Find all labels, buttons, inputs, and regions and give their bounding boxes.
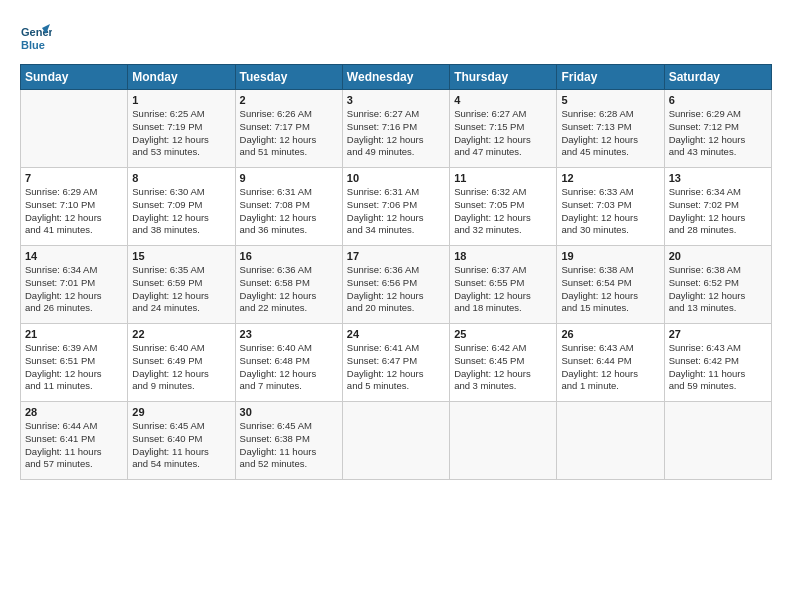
day-number: 16 — [240, 250, 338, 262]
day-info: Sunrise: 6:40 AM Sunset: 6:48 PM Dayligh… — [240, 342, 338, 393]
day-info: Sunrise: 6:39 AM Sunset: 6:51 PM Dayligh… — [25, 342, 123, 393]
calendar-cell: 23Sunrise: 6:40 AM Sunset: 6:48 PM Dayli… — [235, 324, 342, 402]
calendar-cell: 17Sunrise: 6:36 AM Sunset: 6:56 PM Dayli… — [342, 246, 449, 324]
calendar-cell: 30Sunrise: 6:45 AM Sunset: 6:38 PM Dayli… — [235, 402, 342, 480]
calendar-cell: 14Sunrise: 6:34 AM Sunset: 7:01 PM Dayli… — [21, 246, 128, 324]
week-row-5: 28Sunrise: 6:44 AM Sunset: 6:41 PM Dayli… — [21, 402, 772, 480]
column-header-saturday: Saturday — [664, 65, 771, 90]
day-info: Sunrise: 6:35 AM Sunset: 6:59 PM Dayligh… — [132, 264, 230, 315]
logo: General Blue — [20, 22, 56, 54]
calendar-cell: 22Sunrise: 6:40 AM Sunset: 6:49 PM Dayli… — [128, 324, 235, 402]
page-container: General Blue SundayMondayTuesdayWednesda… — [0, 0, 792, 490]
calendar-cell: 9Sunrise: 6:31 AM Sunset: 7:08 PM Daylig… — [235, 168, 342, 246]
day-number: 13 — [669, 172, 767, 184]
day-number: 11 — [454, 172, 552, 184]
calendar-cell: 16Sunrise: 6:36 AM Sunset: 6:58 PM Dayli… — [235, 246, 342, 324]
calendar-cell — [664, 402, 771, 480]
logo-icon: General Blue — [20, 22, 52, 54]
day-number: 25 — [454, 328, 552, 340]
calendar-cell: 18Sunrise: 6:37 AM Sunset: 6:55 PM Dayli… — [450, 246, 557, 324]
day-info: Sunrise: 6:31 AM Sunset: 7:06 PM Dayligh… — [347, 186, 445, 237]
day-info: Sunrise: 6:26 AM Sunset: 7:17 PM Dayligh… — [240, 108, 338, 159]
calendar-cell: 1Sunrise: 6:25 AM Sunset: 7:19 PM Daylig… — [128, 90, 235, 168]
day-info: Sunrise: 6:31 AM Sunset: 7:08 PM Dayligh… — [240, 186, 338, 237]
day-info: Sunrise: 6:27 AM Sunset: 7:16 PM Dayligh… — [347, 108, 445, 159]
column-header-monday: Monday — [128, 65, 235, 90]
day-info: Sunrise: 6:29 AM Sunset: 7:12 PM Dayligh… — [669, 108, 767, 159]
day-number: 14 — [25, 250, 123, 262]
day-number: 2 — [240, 94, 338, 106]
day-number: 6 — [669, 94, 767, 106]
day-info: Sunrise: 6:38 AM Sunset: 6:54 PM Dayligh… — [561, 264, 659, 315]
column-header-wednesday: Wednesday — [342, 65, 449, 90]
day-info: Sunrise: 6:34 AM Sunset: 7:01 PM Dayligh… — [25, 264, 123, 315]
day-number: 20 — [669, 250, 767, 262]
day-number: 15 — [132, 250, 230, 262]
day-number: 8 — [132, 172, 230, 184]
day-number: 29 — [132, 406, 230, 418]
day-info: Sunrise: 6:45 AM Sunset: 6:40 PM Dayligh… — [132, 420, 230, 471]
column-header-thursday: Thursday — [450, 65, 557, 90]
calendar-cell: 20Sunrise: 6:38 AM Sunset: 6:52 PM Dayli… — [664, 246, 771, 324]
day-number: 10 — [347, 172, 445, 184]
calendar-cell: 4Sunrise: 6:27 AM Sunset: 7:15 PM Daylig… — [450, 90, 557, 168]
day-info: Sunrise: 6:36 AM Sunset: 6:58 PM Dayligh… — [240, 264, 338, 315]
day-info: Sunrise: 6:44 AM Sunset: 6:41 PM Dayligh… — [25, 420, 123, 471]
calendar-cell: 19Sunrise: 6:38 AM Sunset: 6:54 PM Dayli… — [557, 246, 664, 324]
day-info: Sunrise: 6:25 AM Sunset: 7:19 PM Dayligh… — [132, 108, 230, 159]
day-info: Sunrise: 6:28 AM Sunset: 7:13 PM Dayligh… — [561, 108, 659, 159]
day-info: Sunrise: 6:38 AM Sunset: 6:52 PM Dayligh… — [669, 264, 767, 315]
calendar-cell: 21Sunrise: 6:39 AM Sunset: 6:51 PM Dayli… — [21, 324, 128, 402]
calendar-cell: 11Sunrise: 6:32 AM Sunset: 7:05 PM Dayli… — [450, 168, 557, 246]
calendar-cell — [557, 402, 664, 480]
day-info: Sunrise: 6:43 AM Sunset: 6:44 PM Dayligh… — [561, 342, 659, 393]
day-info: Sunrise: 6:41 AM Sunset: 6:47 PM Dayligh… — [347, 342, 445, 393]
day-number: 18 — [454, 250, 552, 262]
calendar-table: SundayMondayTuesdayWednesdayThursdayFrid… — [20, 64, 772, 480]
calendar-cell: 24Sunrise: 6:41 AM Sunset: 6:47 PM Dayli… — [342, 324, 449, 402]
day-number: 30 — [240, 406, 338, 418]
calendar-cell: 10Sunrise: 6:31 AM Sunset: 7:06 PM Dayli… — [342, 168, 449, 246]
svg-text:Blue: Blue — [21, 39, 45, 51]
day-number: 12 — [561, 172, 659, 184]
day-number: 27 — [669, 328, 767, 340]
calendar-cell: 12Sunrise: 6:33 AM Sunset: 7:03 PM Dayli… — [557, 168, 664, 246]
calendar-cell: 2Sunrise: 6:26 AM Sunset: 7:17 PM Daylig… — [235, 90, 342, 168]
week-row-3: 14Sunrise: 6:34 AM Sunset: 7:01 PM Dayli… — [21, 246, 772, 324]
day-number: 24 — [347, 328, 445, 340]
day-info: Sunrise: 6:43 AM Sunset: 6:42 PM Dayligh… — [669, 342, 767, 393]
calendar-cell: 28Sunrise: 6:44 AM Sunset: 6:41 PM Dayli… — [21, 402, 128, 480]
calendar-cell: 5Sunrise: 6:28 AM Sunset: 7:13 PM Daylig… — [557, 90, 664, 168]
calendar-cell: 25Sunrise: 6:42 AM Sunset: 6:45 PM Dayli… — [450, 324, 557, 402]
column-header-tuesday: Tuesday — [235, 65, 342, 90]
day-info: Sunrise: 6:33 AM Sunset: 7:03 PM Dayligh… — [561, 186, 659, 237]
day-info: Sunrise: 6:45 AM Sunset: 6:38 PM Dayligh… — [240, 420, 338, 471]
calendar-cell: 27Sunrise: 6:43 AM Sunset: 6:42 PM Dayli… — [664, 324, 771, 402]
calendar-cell: 8Sunrise: 6:30 AM Sunset: 7:09 PM Daylig… — [128, 168, 235, 246]
calendar-cell: 26Sunrise: 6:43 AM Sunset: 6:44 PM Dayli… — [557, 324, 664, 402]
day-info: Sunrise: 6:27 AM Sunset: 7:15 PM Dayligh… — [454, 108, 552, 159]
day-number: 4 — [454, 94, 552, 106]
day-number: 17 — [347, 250, 445, 262]
calendar-cell: 15Sunrise: 6:35 AM Sunset: 6:59 PM Dayli… — [128, 246, 235, 324]
calendar-cell — [21, 90, 128, 168]
day-number: 22 — [132, 328, 230, 340]
calendar-cell — [450, 402, 557, 480]
day-info: Sunrise: 6:40 AM Sunset: 6:49 PM Dayligh… — [132, 342, 230, 393]
calendar-cell: 6Sunrise: 6:29 AM Sunset: 7:12 PM Daylig… — [664, 90, 771, 168]
day-number: 7 — [25, 172, 123, 184]
day-info: Sunrise: 6:34 AM Sunset: 7:02 PM Dayligh… — [669, 186, 767, 237]
day-info: Sunrise: 6:29 AM Sunset: 7:10 PM Dayligh… — [25, 186, 123, 237]
day-number: 23 — [240, 328, 338, 340]
day-info: Sunrise: 6:32 AM Sunset: 7:05 PM Dayligh… — [454, 186, 552, 237]
day-info: Sunrise: 6:42 AM Sunset: 6:45 PM Dayligh… — [454, 342, 552, 393]
calendar-cell: 3Sunrise: 6:27 AM Sunset: 7:16 PM Daylig… — [342, 90, 449, 168]
day-info: Sunrise: 6:30 AM Sunset: 7:09 PM Dayligh… — [132, 186, 230, 237]
day-number: 9 — [240, 172, 338, 184]
calendar-cell: 7Sunrise: 6:29 AM Sunset: 7:10 PM Daylig… — [21, 168, 128, 246]
day-number: 19 — [561, 250, 659, 262]
column-header-sunday: Sunday — [21, 65, 128, 90]
calendar-cell: 29Sunrise: 6:45 AM Sunset: 6:40 PM Dayli… — [128, 402, 235, 480]
day-number: 28 — [25, 406, 123, 418]
week-row-4: 21Sunrise: 6:39 AM Sunset: 6:51 PM Dayli… — [21, 324, 772, 402]
